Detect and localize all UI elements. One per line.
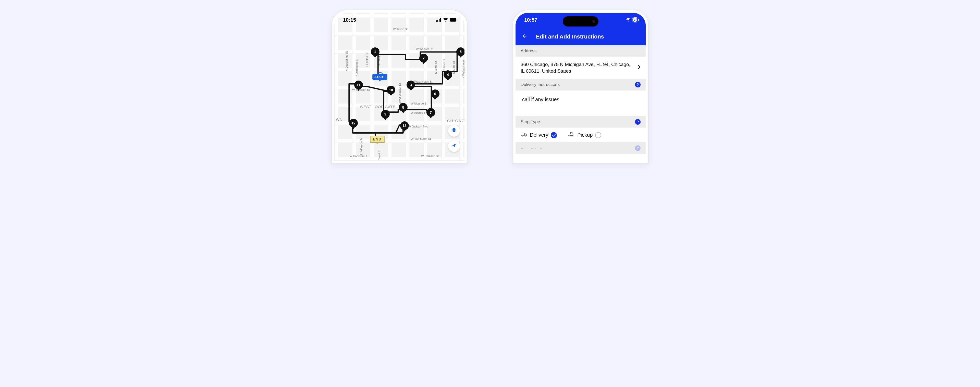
section-label: Delivery Instructions [520,82,560,87]
section-label: Stop Type [520,119,540,124]
status-right [436,17,457,23]
battery-icon: 72 [632,17,638,22]
help-icon[interactable]: ? [635,119,641,125]
arrow-left-icon [522,33,527,40]
cellular-signal-icon [436,17,442,23]
chevron-right-icon [638,65,641,71]
svg-rect-6 [457,19,457,21]
status-time: 10:15 [343,17,356,23]
map-locate-button[interactable] [448,140,460,152]
hand-box-icon [568,132,575,138]
option-label: Delivery [530,132,548,138]
section-header-stoptype: Stop Type ? [515,116,646,128]
section-label: Stop Priority [520,148,544,149]
status-bar: 10:15 [334,13,465,27]
route-pin-2[interactable]: 2 [419,54,428,62]
route-polyline [334,13,465,163]
radio-unchecked-icon [595,132,601,138]
truck-icon [520,132,527,138]
svg-point-9 [525,135,526,136]
route-pin-12[interactable]: 12 [349,119,358,127]
svg-rect-5 [450,19,456,21]
route-pin-13[interactable]: 13 [400,121,409,130]
route-pin-10[interactable]: 10 [387,86,395,94]
instructions-input[interactable]: call if any issues [515,90,646,116]
svg-rect-7 [521,133,525,136]
layers-icon [451,127,457,134]
route-pin-5[interactable]: 5 [456,48,465,56]
phone-map-route: 10:15 WEST LOOP GATE PRINTER'S R CHICAG … [332,10,467,163]
status-time: 10:57 [524,17,537,23]
option-label: Pickup [577,132,593,138]
dynamic-island [563,16,598,27]
svg-rect-1 [438,20,438,22]
neighborhood-printers: PRINTER'S R [422,162,448,163]
section-label: Address [520,48,536,54]
back-button[interactable] [520,33,528,41]
address-value: 360 Chicago, 875 N Michigan Ave, FL 94, … [520,61,634,74]
route-pin-3[interactable]: 3 [407,81,415,89]
wifi-icon [626,17,631,23]
route-pin-9[interactable]: 9 [381,110,390,119]
section-header-address: Address [515,45,646,57]
svg-point-8 [522,135,523,136]
stop-type-row: Delivery Pickup [515,128,646,142]
address-row[interactable]: 360 Chicago, 875 N Michigan Ave, FL 94, … [515,57,646,79]
stop-type-delivery[interactable]: Delivery [520,132,557,138]
screen-title: Edit and Add Instructions [536,33,646,40]
location-arrow-icon [452,143,457,149]
end-marker[interactable]: END [370,136,385,143]
route-pin-11[interactable]: 11 [354,81,363,89]
section-header-priority: Stop Priority ? [515,142,646,154]
start-label: START [372,74,387,80]
route-pin-1[interactable]: 1 [371,48,380,56]
section-header-instructions: Delivery Instructions ? [515,79,646,90]
svg-rect-3 [440,18,441,22]
start-marker[interactable]: START [372,72,387,82]
battery-percent: 72 [634,18,637,22]
map-layers-button[interactable] [448,125,460,136]
battery-icon [450,17,457,23]
route-pin-4[interactable]: 4 [444,70,452,79]
help-icon[interactable]: ? [635,145,641,151]
svg-rect-0 [436,21,437,22]
svg-rect-2 [439,19,440,22]
radio-checked-icon [551,132,557,138]
route-pin-8[interactable]: 8 [399,103,407,112]
help-icon[interactable]: ? [635,82,641,87]
stop-type-pickup[interactable]: Pickup [568,132,601,138]
route-pin-6[interactable]: 6 [431,89,439,98]
route-pin-7[interactable]: 7 [426,108,435,117]
status-right: 72 [626,17,638,23]
map-canvas[interactable]: WEST LOOP GATE PRINTER'S R CHICAG WN W K… [334,13,465,160]
wifi-icon [443,17,448,23]
phone-edit-instructions: 10:57 72 Edit and Add Instructions A [513,10,648,163]
